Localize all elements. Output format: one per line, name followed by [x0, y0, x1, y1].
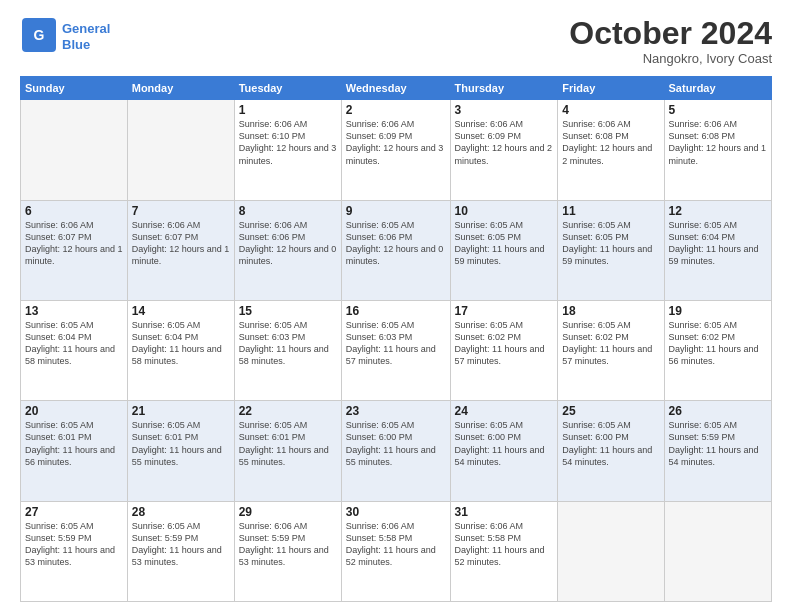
- day-number: 17: [455, 304, 554, 318]
- calendar-cell: 6Sunrise: 6:06 AM Sunset: 6:07 PM Daylig…: [21, 200, 128, 300]
- logo-line2: Blue: [62, 37, 90, 52]
- day-number: 18: [562, 304, 659, 318]
- logo: G General Blue: [20, 16, 110, 58]
- day-info: Sunrise: 6:06 AM Sunset: 5:58 PM Dayligh…: [455, 520, 554, 569]
- calendar-week-row: 6Sunrise: 6:06 AM Sunset: 6:07 PM Daylig…: [21, 200, 772, 300]
- day-number: 3: [455, 103, 554, 117]
- location-subtitle: Nangokro, Ivory Coast: [569, 51, 772, 66]
- calendar-cell: [558, 501, 664, 601]
- day-number: 31: [455, 505, 554, 519]
- day-info: Sunrise: 6:06 AM Sunset: 6:08 PM Dayligh…: [562, 118, 659, 167]
- day-info: Sunrise: 6:05 AM Sunset: 6:04 PM Dayligh…: [25, 319, 123, 368]
- day-info: Sunrise: 6:05 AM Sunset: 6:04 PM Dayligh…: [669, 219, 767, 268]
- calendar-week-row: 20Sunrise: 6:05 AM Sunset: 6:01 PM Dayli…: [21, 401, 772, 501]
- calendar-cell: 7Sunrise: 6:06 AM Sunset: 6:07 PM Daylig…: [127, 200, 234, 300]
- day-info: Sunrise: 6:06 AM Sunset: 5:59 PM Dayligh…: [239, 520, 337, 569]
- day-number: 8: [239, 204, 337, 218]
- day-info: Sunrise: 6:05 AM Sunset: 5:59 PM Dayligh…: [132, 520, 230, 569]
- calendar-cell: 8Sunrise: 6:06 AM Sunset: 6:06 PM Daylig…: [234, 200, 341, 300]
- calendar-cell: 27Sunrise: 6:05 AM Sunset: 5:59 PM Dayli…: [21, 501, 128, 601]
- day-info: Sunrise: 6:06 AM Sunset: 6:07 PM Dayligh…: [25, 219, 123, 268]
- header-wednesday: Wednesday: [341, 77, 450, 100]
- calendar-cell: 16Sunrise: 6:05 AM Sunset: 6:03 PM Dayli…: [341, 300, 450, 400]
- calendar-cell: 25Sunrise: 6:05 AM Sunset: 6:00 PM Dayli…: [558, 401, 664, 501]
- day-number: 28: [132, 505, 230, 519]
- day-number: 24: [455, 404, 554, 418]
- day-number: 20: [25, 404, 123, 418]
- day-number: 19: [669, 304, 767, 318]
- day-info: Sunrise: 6:06 AM Sunset: 6:06 PM Dayligh…: [239, 219, 337, 268]
- day-number: 9: [346, 204, 446, 218]
- calendar-cell: 19Sunrise: 6:05 AM Sunset: 6:02 PM Dayli…: [664, 300, 771, 400]
- day-info: Sunrise: 6:05 AM Sunset: 6:02 PM Dayligh…: [562, 319, 659, 368]
- day-info: Sunrise: 6:05 AM Sunset: 6:03 PM Dayligh…: [239, 319, 337, 368]
- day-info: Sunrise: 6:06 AM Sunset: 6:09 PM Dayligh…: [455, 118, 554, 167]
- day-info: Sunrise: 6:05 AM Sunset: 6:01 PM Dayligh…: [239, 419, 337, 468]
- calendar-cell: 15Sunrise: 6:05 AM Sunset: 6:03 PM Dayli…: [234, 300, 341, 400]
- calendar-week-row: 13Sunrise: 6:05 AM Sunset: 6:04 PM Dayli…: [21, 300, 772, 400]
- month-title: October 2024: [569, 16, 772, 51]
- day-info: Sunrise: 6:05 AM Sunset: 6:01 PM Dayligh…: [132, 419, 230, 468]
- day-number: 29: [239, 505, 337, 519]
- day-number: 25: [562, 404, 659, 418]
- calendar-table: Sunday Monday Tuesday Wednesday Thursday…: [20, 76, 772, 602]
- day-number: 6: [25, 204, 123, 218]
- day-info: Sunrise: 6:05 AM Sunset: 6:00 PM Dayligh…: [455, 419, 554, 468]
- logo-icon: G: [20, 16, 58, 58]
- day-number: 11: [562, 204, 659, 218]
- day-number: 5: [669, 103, 767, 117]
- header: G General Blue October 2024 Nangokro, Iv…: [20, 16, 772, 66]
- day-info: Sunrise: 6:05 AM Sunset: 6:00 PM Dayligh…: [346, 419, 446, 468]
- calendar-week-row: 27Sunrise: 6:05 AM Sunset: 5:59 PM Dayli…: [21, 501, 772, 601]
- svg-text:G: G: [34, 27, 45, 43]
- day-info: Sunrise: 6:05 AM Sunset: 6:04 PM Dayligh…: [132, 319, 230, 368]
- day-number: 22: [239, 404, 337, 418]
- calendar-cell: 5Sunrise: 6:06 AM Sunset: 6:08 PM Daylig…: [664, 100, 771, 200]
- calendar-cell: 1Sunrise: 6:06 AM Sunset: 6:10 PM Daylig…: [234, 100, 341, 200]
- day-info: Sunrise: 6:06 AM Sunset: 6:07 PM Dayligh…: [132, 219, 230, 268]
- calendar-week-row: 1Sunrise: 6:06 AM Sunset: 6:10 PM Daylig…: [21, 100, 772, 200]
- calendar-cell: 9Sunrise: 6:05 AM Sunset: 6:06 PM Daylig…: [341, 200, 450, 300]
- calendar-cell: 3Sunrise: 6:06 AM Sunset: 6:09 PM Daylig…: [450, 100, 558, 200]
- header-sunday: Sunday: [21, 77, 128, 100]
- day-number: 10: [455, 204, 554, 218]
- calendar-cell: [127, 100, 234, 200]
- calendar-cell: 23Sunrise: 6:05 AM Sunset: 6:00 PM Dayli…: [341, 401, 450, 501]
- day-info: Sunrise: 6:05 AM Sunset: 5:59 PM Dayligh…: [25, 520, 123, 569]
- calendar-cell: [664, 501, 771, 601]
- calendar-cell: 20Sunrise: 6:05 AM Sunset: 6:01 PM Dayli…: [21, 401, 128, 501]
- calendar-cell: 26Sunrise: 6:05 AM Sunset: 5:59 PM Dayli…: [664, 401, 771, 501]
- calendar-cell: 14Sunrise: 6:05 AM Sunset: 6:04 PM Dayli…: [127, 300, 234, 400]
- calendar-cell: 13Sunrise: 6:05 AM Sunset: 6:04 PM Dayli…: [21, 300, 128, 400]
- day-number: 27: [25, 505, 123, 519]
- day-number: 21: [132, 404, 230, 418]
- day-number: 7: [132, 204, 230, 218]
- calendar-cell: 10Sunrise: 6:05 AM Sunset: 6:05 PM Dayli…: [450, 200, 558, 300]
- day-info: Sunrise: 6:06 AM Sunset: 6:10 PM Dayligh…: [239, 118, 337, 167]
- logo-line1: General: [62, 21, 110, 36]
- day-number: 4: [562, 103, 659, 117]
- header-tuesday: Tuesday: [234, 77, 341, 100]
- calendar-cell: 11Sunrise: 6:05 AM Sunset: 6:05 PM Dayli…: [558, 200, 664, 300]
- day-number: 2: [346, 103, 446, 117]
- calendar-cell: 21Sunrise: 6:05 AM Sunset: 6:01 PM Dayli…: [127, 401, 234, 501]
- calendar-cell: 17Sunrise: 6:05 AM Sunset: 6:02 PM Dayli…: [450, 300, 558, 400]
- day-info: Sunrise: 6:05 AM Sunset: 6:01 PM Dayligh…: [25, 419, 123, 468]
- title-block: October 2024 Nangokro, Ivory Coast: [569, 16, 772, 66]
- calendar-cell: 30Sunrise: 6:06 AM Sunset: 5:58 PM Dayli…: [341, 501, 450, 601]
- calendar-cell: 28Sunrise: 6:05 AM Sunset: 5:59 PM Dayli…: [127, 501, 234, 601]
- day-info: Sunrise: 6:05 AM Sunset: 6:00 PM Dayligh…: [562, 419, 659, 468]
- calendar-cell: 29Sunrise: 6:06 AM Sunset: 5:59 PM Dayli…: [234, 501, 341, 601]
- day-info: Sunrise: 6:05 AM Sunset: 5:59 PM Dayligh…: [669, 419, 767, 468]
- calendar-cell: 31Sunrise: 6:06 AM Sunset: 5:58 PM Dayli…: [450, 501, 558, 601]
- calendar-cell: 2Sunrise: 6:06 AM Sunset: 6:09 PM Daylig…: [341, 100, 450, 200]
- calendar-cell: [21, 100, 128, 200]
- header-friday: Friday: [558, 77, 664, 100]
- day-number: 30: [346, 505, 446, 519]
- day-info: Sunrise: 6:06 AM Sunset: 5:58 PM Dayligh…: [346, 520, 446, 569]
- day-info: Sunrise: 6:05 AM Sunset: 6:06 PM Dayligh…: [346, 219, 446, 268]
- day-number: 15: [239, 304, 337, 318]
- day-info: Sunrise: 6:06 AM Sunset: 6:08 PM Dayligh…: [669, 118, 767, 167]
- calendar-header-row: Sunday Monday Tuesday Wednesday Thursday…: [21, 77, 772, 100]
- day-info: Sunrise: 6:05 AM Sunset: 6:02 PM Dayligh…: [455, 319, 554, 368]
